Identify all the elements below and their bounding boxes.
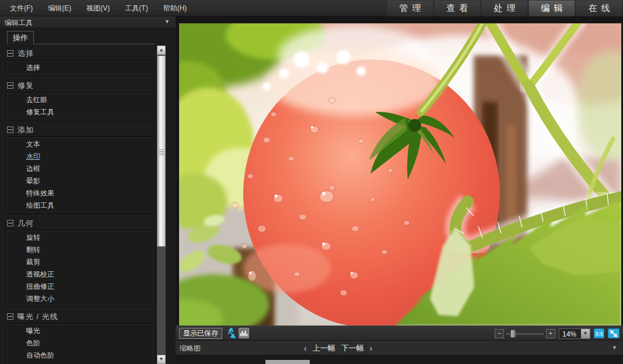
panel-header[interactable]: 编辑工具 ▼ [0,16,176,29]
thumbnail-bar: 缩略图 ‹ 上一幅 下一幅 › ▼ [176,340,623,355]
collapse-icon[interactable] [7,220,13,226]
menu-items: 文件(F) 编辑(E) 视图(V) 工具(T) 帮助(H) [2,0,194,16]
group-geometry-header[interactable]: 几何 [6,218,155,228]
group-add-header[interactable]: 添加 [6,125,155,135]
zoom-out-button[interactable]: − [495,329,504,338]
group-repair-header[interactable]: 修复 [6,80,155,90]
tool-exposure[interactable]: 曝光 [6,325,155,337]
prev-arrow-icon[interactable]: ‹ [304,344,307,353]
zoom-controls: − + 14% ▼ 1:1 [495,328,620,339]
tab-edit[interactable]: 编辑 [529,1,575,16]
collapse-icon[interactable] [7,50,13,57]
zoom-level-combo[interactable]: 14% ▼ [559,328,590,339]
menu-view[interactable]: 视图(V) [79,4,117,13]
thumbnail-caret-icon[interactable]: ▼ [612,345,617,351]
tool-distortion[interactable]: 扭曲修正 [6,281,155,293]
combo-arrow-icon[interactable]: ▼ [581,329,590,338]
show-saved-button[interactable]: 显示已保存 [179,328,222,339]
group-select-header[interactable]: 选择 [6,48,155,58]
tool-levels[interactable]: 色阶 [6,337,155,349]
tab-process[interactable]: 处理 [482,1,527,16]
tab-operations[interactable]: 操作 [7,31,34,44]
zoom-slider-thumb[interactable] [510,330,516,338]
tool-flip[interactable]: 翻转 [6,244,155,256]
tool-select[interactable]: 选择 [6,62,155,74]
scroll-up-icon[interactable]: ▲ [157,46,166,55]
group-geometry: 几何 旋转 翻转 裁剪 透视校正 扭曲修正 调整大小 [6,218,155,307]
fit-image-button[interactable] [608,328,620,338]
group-exposure: 曝光 / 光线 曝光 色阶 自动色阶 色调曲线 [6,312,155,364]
group-select: 选择 选择 [6,48,155,76]
filmstrip-area [176,355,623,364]
zoom-in-button[interactable]: + [546,329,555,338]
next-image-button[interactable]: 下一幅 [341,343,364,354]
menu-help[interactable]: 帮助(H) [156,4,195,13]
collapse-icon[interactable] [7,127,13,133]
tab-online[interactable]: 在线 [576,1,622,16]
tool-crop[interactable]: 裁剪 [6,256,155,268]
scrollbar-track[interactable] [157,247,166,354]
prev-image-button[interactable]: 上一幅 [313,343,335,354]
tool-auto-levels[interactable]: 自动色阶 [6,349,155,362]
photo-tomato-on-vine [179,23,621,326]
tool-perspective[interactable]: 透视校正 [6,268,155,281]
panel-caret-icon[interactable]: ▼ [164,19,170,24]
tool-drawing[interactable]: 绘图工具 [6,200,155,212]
compare-arrows-icon[interactable] [226,328,236,338]
group-exposure-header[interactable]: 曝光 / 光线 [6,312,155,321]
tab-view[interactable]: 查看 [435,1,480,16]
thumbnail-label: 缩略图 [180,344,201,354]
menu-file[interactable]: 文件(F) [2,4,40,13]
image-viewport[interactable] [176,16,623,326]
tool-repair[interactable]: 修复工具 [6,106,155,118]
tool-special-effects[interactable]: 特殊效果 [6,187,155,200]
tab-divider [34,44,155,44]
tool-vignette[interactable]: 晕影 [6,175,155,187]
viewer-toolbar: 显示已保存 − + 14% ▼ 1:1 [176,326,623,340]
tool-text[interactable]: 文本 [6,138,155,150]
menu-bar: 文件(F) 编辑(E) 视图(V) 工具(T) 帮助(H) 管理 查看 处理 编… [0,0,623,16]
panel-scrollbar[interactable]: ▲ ▼ [157,46,166,364]
tool-redeye[interactable]: 去红眼 [6,94,155,106]
actual-size-button[interactable]: 1:1 [594,328,604,338]
tool-groups: 选择 选择 修复 去红眼 修复工具 添加 文本 水印 [6,48,155,364]
tool-resize[interactable]: 调整大小 [6,293,155,305]
menu-edit[interactable]: 编辑(E) [40,4,79,13]
menu-tools[interactable]: 工具(T) [117,4,155,13]
tab-manage[interactable]: 管理 [387,1,433,16]
tool-tone-curves[interactable]: 色调曲线 [6,362,155,364]
fit-arrow-icon [610,330,617,337]
tool-rotate[interactable]: 旋转 [6,232,155,244]
tool-border[interactable]: 边框 [6,163,155,175]
next-arrow-icon[interactable]: › [370,344,373,353]
zoom-level-value: 14% [562,330,576,338]
group-add: 添加 文本 水印 边框 晕影 特殊效果 绘图工具 [6,125,155,214]
mode-tabs: 管理 查看 处理 编辑 在线 [387,1,622,16]
zoom-slider[interactable] [506,329,544,338]
collapse-icon[interactable] [7,313,13,320]
tool-watermark[interactable]: 水印 [6,150,155,163]
filmstrip-handle[interactable] [265,360,310,364]
panel-title: 编辑工具 [5,18,33,28]
group-repair: 修复 去红眼 修复工具 [6,80,155,120]
image-navigation: ‹ 上一幅 下一幅 › [304,343,372,354]
collapse-icon[interactable] [7,82,13,89]
scrollbar-thumb[interactable] [157,55,166,247]
histogram-icon[interactable] [239,328,249,338]
scroll-down-icon[interactable]: ▼ [157,355,166,364]
edit-tools-panel: 编辑工具 ▼ 操作 选择 选择 修复 去红眼 修复工具 [0,16,176,364]
